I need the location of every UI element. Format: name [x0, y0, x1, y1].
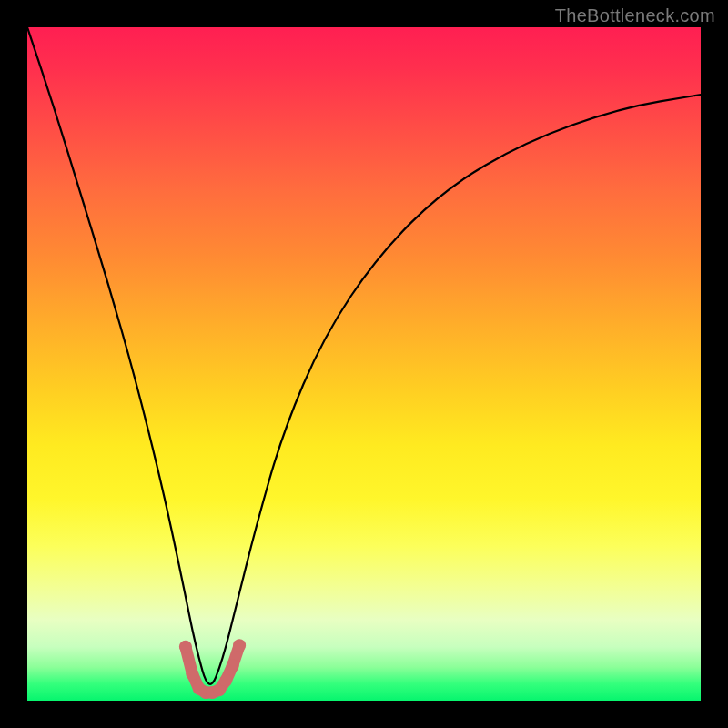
- bottleneck-marker-dot: [179, 641, 192, 653]
- watermark-text: TheBottleneck.com: [555, 5, 715, 26]
- curve-layer: [27, 27, 701, 701]
- chart-frame: TheBottleneck.com: [0, 0, 728, 728]
- bottleneck-marker: [179, 639, 246, 699]
- bottleneck-marker-dot: [233, 639, 246, 652]
- bottleneck-marker-dot: [186, 667, 198, 680]
- bottleneck-marker-dot: [227, 660, 239, 672]
- plot-area: [27, 27, 701, 701]
- bottleneck-curve: [27, 27, 701, 684]
- bottleneck-marker-dot: [219, 674, 232, 687]
